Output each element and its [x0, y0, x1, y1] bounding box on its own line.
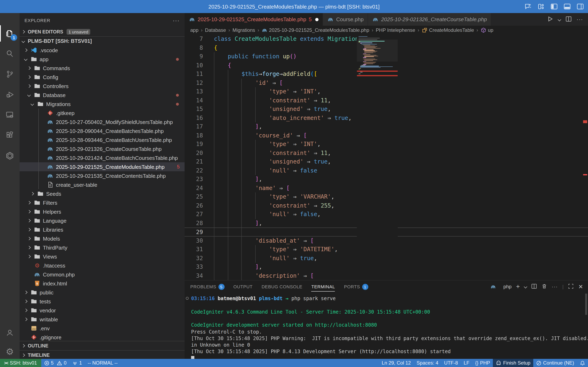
tree-item-tests[interactable]: tests [20, 297, 185, 306]
toggle-secondary-sidebar-icon[interactable] [577, 3, 584, 10]
terminal[interactable]: 03:15:16 batmen@btsv01 plms-bdt → php sp… [185, 293, 588, 359]
tree-item-2025-10-29-021535-createcontentstable-php[interactable]: 2025-10-29-021535_CreateContentsTable.ph… [20, 171, 185, 180]
toggle-primary-sidebar-icon[interactable] [550, 3, 558, 10]
terminal-scrollbar[interactable] [585, 294, 587, 315]
extensions-icon[interactable] [0, 125, 20, 145]
tree-item-writable[interactable]: writable [20, 315, 185, 324]
tree-item-app[interactable]: app [20, 55, 185, 64]
ports-status[interactable]: 1 [69, 359, 85, 367]
run-dropdown-icon[interactable] [558, 18, 561, 21]
tree-item-filters[interactable]: Filters [20, 198, 185, 207]
tree-item--gitkeep[interactable]: .gitkeep [20, 108, 185, 117]
breadcrumb-item[interactable]: 2025-10-29-021525_CreateModulesTable.php [262, 27, 369, 33]
tree-item-seeds[interactable]: Seeds [20, 189, 185, 198]
tree-item--htaccess[interactable]: ⚙.htaccess [20, 261, 185, 270]
panel-tab-ports[interactable]: PORTS1 [344, 281, 368, 293]
tree-item-index-html[interactable]: 5index.html [20, 279, 185, 288]
tree-item-public[interactable]: public [20, 288, 185, 297]
settings-gear-icon[interactable]: ⚙ [0, 342, 20, 361]
cursor-position[interactable]: Ln 29, Col 12 [379, 359, 414, 367]
php-icon [34, 271, 40, 278]
split-terminal-icon[interactable] [531, 283, 537, 290]
command-decoration-icon[interactable] [186, 297, 189, 300]
tree-item-2025-10-28-090044-createbatchestable-php[interactable]: 2025-10-28-090044_CreateBatchesTable.php [20, 126, 185, 135]
finish-setup-button[interactable]: Finish Setup [493, 359, 533, 367]
editor-tab[interactable]: 2025-10-29-021326_CreateCourseTable.php [368, 13, 491, 26]
new-terminal-icon[interactable]: + [516, 283, 520, 290]
breadcrumb-item[interactable]: PHP Intelephense [376, 27, 415, 33]
indentation[interactable]: Spaces: 4 [414, 359, 441, 367]
search-icon[interactable] [0, 44, 20, 64]
overview-ruler[interactable] [582, 35, 588, 280]
minimap[interactable] [357, 35, 398, 280]
tree-item--env[interactable]: .ENV.env [20, 324, 185, 333]
tree-item-language[interactable]: Language [20, 216, 185, 225]
panel-tab-output[interactable]: OUTPUT [233, 281, 252, 293]
tree-item-create-user-table[interactable]: create_user-table [20, 180, 185, 189]
tree-item-controllers[interactable]: Controllers [20, 82, 185, 91]
tree-item-migrations[interactable]: Migrations [20, 100, 185, 108]
eol-sequence[interactable]: LF [461, 359, 472, 367]
tree-item-views[interactable]: Views [20, 252, 185, 261]
accounts-icon[interactable] [0, 323, 20, 342]
tree-item-vendor[interactable]: vendor [20, 306, 185, 315]
tree-item-2025-10-27-050402-modifyshielduserstable-php[interactable]: 2025-10-27-050402_ModifyShieldUsersTable… [20, 117, 185, 126]
workspace-root[interactable]: PLMS-BDT [SSH: BTSV01] [20, 37, 185, 46]
folder-icon [34, 65, 40, 71]
run-code-icon[interactable] [547, 16, 553, 23]
encoding[interactable]: UTF-8 [441, 359, 461, 367]
code-editor[interactable]: 7class CreateModulesTable extends Migrat… [185, 35, 588, 280]
remote-indicator[interactable]: >< SSH: btsv01 [0, 359, 41, 367]
terminal-dropdown-icon[interactable] [524, 285, 527, 289]
panel-tab-debug-console[interactable]: DEBUG CONSOLE [261, 281, 302, 293]
timeline-header[interactable]: TIMELINE [20, 351, 185, 359]
copilot-chat-icon[interactable] [524, 3, 532, 10]
outline-header[interactable]: OUTLINE [20, 341, 185, 350]
panel-tab-terminal[interactable]: TERMINAL [311, 281, 335, 293]
tree-item--gitignore[interactable]: .gitignore [20, 333, 185, 342]
tree-item-common-php[interactable]: Common.php [20, 270, 185, 279]
breadcrumb-item[interactable]: app [190, 27, 199, 33]
source-control-icon[interactable] [0, 64, 20, 84]
tree-item-libraries[interactable]: Libraries [20, 225, 185, 234]
folder-icon [34, 74, 40, 80]
language-mode[interactable]: {} PHP [472, 359, 493, 367]
tree-item-database[interactable]: Database [20, 91, 185, 100]
tree-item-2025-10-29-021424-createbatchcoursestable-php[interactable]: 2025-10-29-021424_CreateBatchCoursesTabl… [20, 153, 185, 162]
run-debug-icon[interactable] [0, 85, 20, 104]
editor-tab[interactable]: 2025-10-29-021525_CreateModulesTable.php… [185, 13, 323, 26]
tree-item-models[interactable]: Models [20, 234, 185, 243]
panel-tab-problems[interactable]: PROBLEMS5 [190, 281, 224, 293]
close-panel-icon[interactable]: ✕ [579, 284, 583, 290]
tree-item-commands[interactable]: Commands [20, 64, 185, 73]
remote-explorer-icon[interactable] [0, 105, 20, 125]
tree-item-2025-10-28-093446-createbatchuserstable-php[interactable]: 2025-10-28-093446_CreateBatchUsersTable.… [20, 135, 185, 144]
open-editors-header[interactable]: OPEN EDITORS 1 unsaved [20, 27, 185, 36]
tree-item--vscode[interactable]: .vscode [20, 46, 185, 55]
kill-terminal-icon[interactable] [541, 283, 547, 290]
panel-more-actions-icon[interactable]: ··· [552, 284, 558, 290]
modified-dot-icon[interactable] [315, 18, 319, 21]
breadcrumb-item[interactable]: Database [205, 27, 226, 33]
continue-extension-button[interactable]: Continue (NE) [533, 359, 577, 367]
problems-status[interactable]: 5 0 [41, 359, 69, 367]
tree-item-thirdparty[interactable]: ThirdParty [20, 243, 185, 252]
tree-item-2025-10-29-021326-createcoursetable-php[interactable]: 2025-10-29-021326_CreateCourseTable.php [20, 144, 185, 153]
vim-mode[interactable]: -- NORMAL -- [85, 359, 121, 367]
breadcrumb-item[interactable]: up [481, 27, 493, 33]
tree-item-helpers[interactable]: Helpers [20, 207, 185, 216]
breadcrumb-item[interactable]: Migrations [233, 27, 255, 33]
toggle-panel-icon[interactable] [563, 3, 571, 10]
explorer-icon[interactable]: 1 [0, 24, 20, 43]
explorer-more-actions-icon[interactable]: ··· [173, 17, 180, 24]
customize-layout-icon[interactable] [537, 3, 545, 10]
hexagon-extension-icon[interactable] [0, 146, 20, 166]
editor-more-actions-icon[interactable]: ··· [577, 16, 583, 22]
maximize-panel-icon[interactable] [568, 283, 574, 290]
notifications-bell-icon[interactable] [577, 359, 588, 367]
editor-tab[interactable]: Course.php [323, 13, 367, 26]
split-editor-icon[interactable] [566, 16, 572, 23]
tree-item-2025-10-29-021525-createmodulestable-php[interactable]: 2025-10-29-021525_CreateModulesTable.php… [20, 162, 185, 171]
tree-item-config[interactable]: Config [20, 73, 185, 82]
breadcrumb-item[interactable]: CreateModulesTable [422, 27, 474, 33]
